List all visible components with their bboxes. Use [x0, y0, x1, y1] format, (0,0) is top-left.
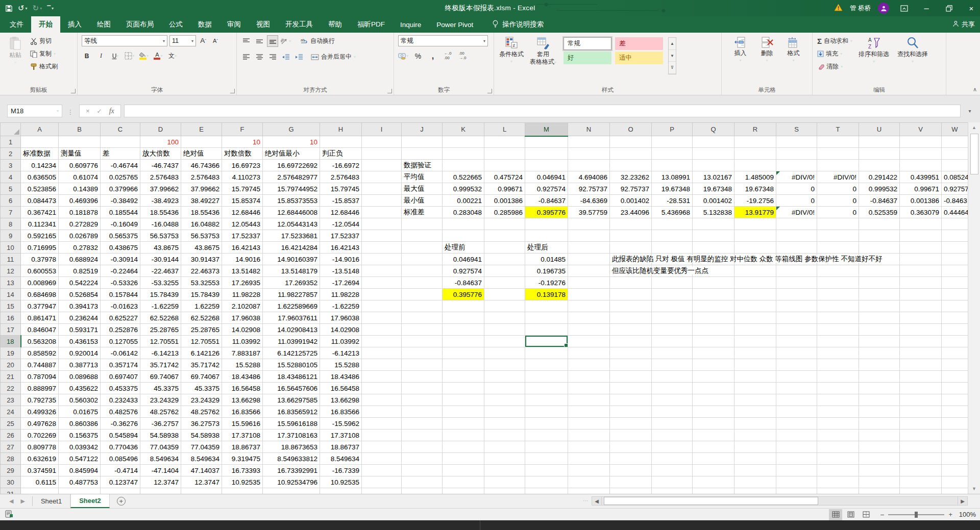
cell-J22[interactable]: [402, 383, 443, 394]
cell-W19[interactable]: [942, 347, 968, 359]
cell-J20[interactable]: [402, 359, 443, 371]
row-header-19[interactable]: 19: [1, 347, 21, 359]
cell-D13[interactable]: -53.3255: [140, 277, 181, 289]
cell-P14[interactable]: [652, 289, 693, 300]
cell-M27[interactable]: [525, 441, 568, 453]
align-center-icon[interactable]: [254, 52, 264, 62]
ribbon-tab-开始[interactable]: 开始: [31, 16, 60, 33]
cell-J12[interactable]: [402, 265, 443, 277]
cell-T17[interactable]: [817, 324, 859, 336]
cell-T29[interactable]: [817, 465, 859, 476]
cell-R1[interactable]: [734, 136, 776, 148]
cell-B21[interactable]: 0.089688: [59, 371, 101, 383]
font-name-combo[interactable]: 等线▾: [82, 35, 167, 46]
cell-W29[interactable]: [942, 465, 968, 476]
increase-indent-icon[interactable]: [294, 52, 304, 62]
cell-L2[interactable]: [484, 148, 525, 160]
cell-O11[interactable]: 此报表的缺陷 只对 极值 有明显的监控 对中位数 众数 等箱线图 参数保护性 不…: [610, 254, 652, 265]
cell-V28[interactable]: [900, 453, 942, 465]
cell-G1[interactable]: 10: [263, 136, 320, 148]
cell-I19[interactable]: [362, 347, 402, 359]
cell-C20[interactable]: 0.357174: [101, 359, 140, 371]
cell-A2[interactable]: 标准数据: [21, 148, 59, 160]
format-as-table-button[interactable]: 套用表格格式▾: [527, 34, 559, 86]
cell-W15[interactable]: [942, 300, 968, 312]
cell-D10[interactable]: 43.8675: [140, 242, 181, 254]
cell-I26[interactable]: [362, 430, 402, 441]
cell-M31[interactable]: [525, 488, 568, 494]
cell-U18[interactable]: [859, 336, 900, 347]
cell-Q14[interactable]: [693, 289, 734, 300]
cell-R8[interactable]: [734, 218, 776, 230]
cell-D12[interactable]: -22.4637: [140, 265, 181, 277]
cell-L29[interactable]: [484, 465, 525, 476]
cell-V22[interactable]: [900, 383, 942, 394]
cell-M20[interactable]: [525, 359, 568, 371]
decrease-font-icon[interactable]: Aˇ: [210, 35, 220, 46]
cell-H22[interactable]: 16.56458: [320, 383, 362, 394]
cell-W20[interactable]: [942, 359, 968, 371]
cell-W7[interactable]: 0.44464: [942, 207, 968, 218]
cell-E17[interactable]: 25.28765: [181, 324, 222, 336]
cell-K7[interactable]: 0.283048: [443, 207, 484, 218]
cell-T24[interactable]: [817, 406, 859, 418]
col-header-J[interactable]: J: [402, 123, 443, 136]
cell-T23[interactable]: [817, 394, 859, 406]
cell-S13[interactable]: [776, 277, 817, 289]
cell-P28[interactable]: [652, 453, 693, 465]
cell-R15[interactable]: [734, 300, 776, 312]
cell-K26[interactable]: [443, 430, 484, 441]
cell-B8[interactable]: 0.272829: [59, 218, 101, 230]
cell-K10[interactable]: 处理前: [443, 242, 484, 254]
cell-K23[interactable]: [443, 394, 484, 406]
cell-R6[interactable]: -19.2756: [734, 195, 776, 207]
cell-C25[interactable]: -0.36276: [101, 418, 140, 430]
cell-V17[interactable]: [900, 324, 942, 336]
cell-U31[interactable]: [859, 488, 900, 494]
cell-E6[interactable]: 38.49227: [181, 195, 222, 207]
cell-S18[interactable]: [776, 336, 817, 347]
ribbon-tab-视图[interactable]: 视图: [249, 16, 278, 33]
cell-G21[interactable]: 18.43486121: [263, 371, 320, 383]
cell-D16[interactable]: 62.52268: [140, 312, 181, 324]
row-header-2[interactable]: 2: [1, 148, 21, 160]
cell-B11[interactable]: 0.688924: [59, 254, 101, 265]
cell-T8[interactable]: [817, 218, 859, 230]
normal-view-button[interactable]: [829, 509, 842, 520]
cell-W1[interactable]: [942, 136, 968, 148]
cell-R31[interactable]: [734, 488, 776, 494]
cell-O22[interactable]: [610, 383, 652, 394]
cell-Q2[interactable]: [693, 148, 734, 160]
cell-R27[interactable]: [734, 441, 776, 453]
cell-N4[interactable]: 4.694086: [568, 171, 610, 183]
cell-G27[interactable]: 18.8673653: [263, 441, 320, 453]
cell-S27[interactable]: [776, 441, 817, 453]
ribbon-display-options-button[interactable]: [896, 0, 912, 16]
cell-B15[interactable]: 0.394173: [59, 300, 101, 312]
cell-K1[interactable]: [443, 136, 484, 148]
cell-J16[interactable]: [402, 312, 443, 324]
cell-B20[interactable]: 0.387713: [59, 359, 101, 371]
cell-L3[interactable]: [484, 160, 525, 171]
cell-E26[interactable]: 54.58938: [181, 430, 222, 441]
cell-L31[interactable]: [484, 488, 525, 494]
cell-N14[interactable]: [568, 289, 610, 300]
cell-I6[interactable]: [362, 195, 402, 207]
cell-R19[interactable]: [734, 347, 776, 359]
cell-N17[interactable]: [568, 324, 610, 336]
ribbon-tab-开发工具[interactable]: 开发工具: [278, 16, 321, 33]
cell-M5[interactable]: 0.927574: [525, 183, 568, 195]
cell-J17[interactable]: [402, 324, 443, 336]
cell-A17[interactable]: 0.846047: [21, 324, 59, 336]
cell-F12[interactable]: 13.51482: [222, 265, 263, 277]
cell-F11[interactable]: 14.9016: [222, 254, 263, 265]
cell-D2[interactable]: 放大倍数: [140, 148, 181, 160]
cell-C7[interactable]: 0.185544: [101, 207, 140, 218]
cell-M29[interactable]: [525, 465, 568, 476]
cell-P24[interactable]: [652, 406, 693, 418]
cell-F9[interactable]: 17.52337: [222, 230, 263, 242]
cell-T21[interactable]: [817, 371, 859, 383]
cell-H31[interactable]: [320, 488, 362, 494]
cell-F27[interactable]: 18.86737: [222, 441, 263, 453]
orientation-button[interactable]: ab▾: [281, 36, 291, 46]
